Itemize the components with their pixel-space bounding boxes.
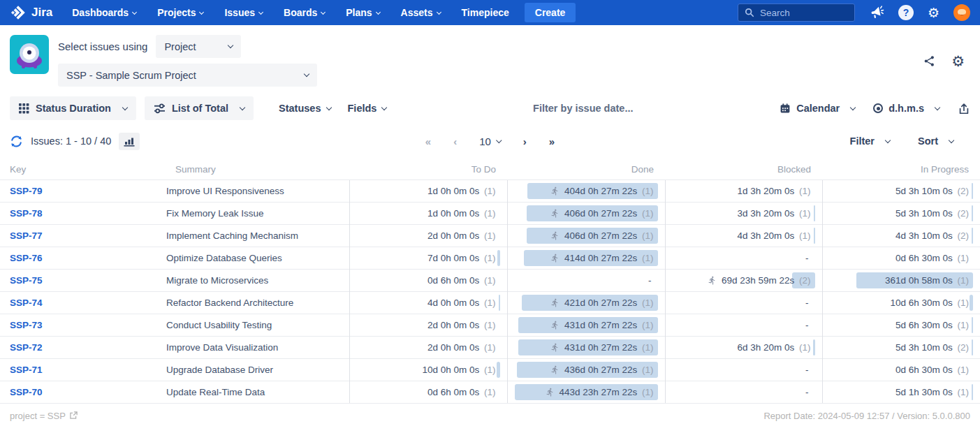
chevron-down-icon xyxy=(376,9,381,14)
jira-logo-icon xyxy=(10,4,27,21)
last-page-button[interactable]: » xyxy=(549,135,555,147)
help-button[interactable]: ? xyxy=(898,5,914,20)
issue-key-link[interactable]: SSP-75 xyxy=(10,275,43,286)
issue-key-link[interactable]: SSP-72 xyxy=(10,342,43,353)
issue-selectors: Select issues using Project SSP - Sample… xyxy=(58,35,317,87)
chevron-down-icon xyxy=(935,104,940,110)
fields-dropdown[interactable]: Fields xyxy=(348,103,387,114)
external-link-icon xyxy=(69,411,78,420)
duration-cell-inprogress: 0d 6h 30m 0s (1) xyxy=(822,358,980,381)
nav-plans[interactable]: Plans xyxy=(346,7,379,18)
project-dropdown[interactable]: SSP - Sample Scrum Project xyxy=(58,64,317,87)
export-button[interactable] xyxy=(958,102,970,115)
duration-bar xyxy=(972,317,973,333)
gear-icon: ⚙ xyxy=(951,54,965,68)
duration-bar xyxy=(499,295,500,311)
report-footer: project = SSP Report Date: 2024-05-09 12… xyxy=(0,404,980,421)
duration-cell-blocked: - xyxy=(665,291,822,314)
duration-cell-inprogress: 10d 6h 30m 0s (1) xyxy=(822,291,980,314)
duration-value: - xyxy=(648,275,652,286)
nav-assets[interactable]: Assets xyxy=(401,7,441,18)
duration-value: - xyxy=(805,320,809,330)
duration-cell-done: - xyxy=(507,269,665,291)
sort-dropdown[interactable]: Sort xyxy=(918,135,953,147)
share-icon xyxy=(923,54,936,68)
duration-value: 431d 0h 27m 22s xyxy=(564,342,637,353)
chart-view-button[interactable] xyxy=(119,133,140,150)
first-page-button[interactable]: « xyxy=(425,135,431,147)
date-filter-input[interactable]: Filter by issue date... xyxy=(386,103,780,114)
duration-cell-todo: 0d 6h 0m 0s (1) xyxy=(349,381,507,403)
transition-count: (1) xyxy=(796,208,810,219)
transition-count: (1) xyxy=(481,320,495,330)
duration-cell-blocked: 6d 3h 20m 0s (1) xyxy=(665,336,822,358)
nav-issues[interactable]: Issues xyxy=(224,7,263,18)
select-mode-dropdown[interactable]: Project xyxy=(156,35,241,58)
filter-dropdown[interactable]: Filter xyxy=(850,135,890,147)
statuses-dropdown[interactable]: Statuses xyxy=(279,103,330,114)
duration-value: 443d 23h 27m 22s xyxy=(559,387,637,397)
issue-key-link[interactable]: SSP-70 xyxy=(10,387,43,397)
gear-icon: ⚙ xyxy=(928,6,939,20)
calendar-icon xyxy=(780,103,791,114)
issue-key-link[interactable]: SSP-76 xyxy=(10,253,43,263)
calendar-dropdown[interactable]: Calendar xyxy=(780,103,855,114)
duration-bar xyxy=(972,183,973,199)
duration-value: 361d 0h 58m 0s xyxy=(885,275,953,286)
duration-value: 0d 6h 0m 0s xyxy=(427,387,479,397)
chevron-down-icon xyxy=(436,9,441,14)
issue-key-link[interactable]: SSP-73 xyxy=(10,320,43,330)
duration-value: 5d 3h 10m 0s xyxy=(895,208,953,219)
duration-cell-done: 404d 0h 27m 22s (1) xyxy=(507,179,665,202)
issues-count-label: Issues: 1 - 10 / 40 xyxy=(31,135,111,147)
report-header: Select issues using Project SSP - Sample… xyxy=(0,25,980,91)
announcements-button[interactable] xyxy=(869,5,884,20)
duration-cell-done: 431d 0h 27m 22s (1) xyxy=(507,314,665,336)
settings-button[interactable]: ⚙ xyxy=(928,6,939,20)
col-done: Done xyxy=(507,159,665,179)
duration-value: 406d 0h 27m 22s xyxy=(564,230,637,241)
search-input[interactable] xyxy=(760,8,844,18)
duration-cell-todo: 7d 0h 0m 0s (1) xyxy=(349,247,507,269)
duration-value: 5d 1h 30m 0s xyxy=(895,387,953,397)
format-fisheye-icon xyxy=(873,103,883,113)
create-button[interactable]: Create xyxy=(525,3,576,22)
page-size-dropdown[interactable]: 10 xyxy=(479,135,501,147)
chevron-down-icon xyxy=(199,9,204,14)
nav-projects[interactable]: Projects xyxy=(157,7,203,18)
report-settings-button[interactable]: ⚙ xyxy=(951,54,965,68)
status-duration-table: Key Summary To Do Done Blocked In Progre… xyxy=(0,159,980,404)
issue-key-link[interactable]: SSP-74 xyxy=(10,298,43,308)
duration-value: 2d 0h 0m 0s xyxy=(427,320,479,330)
next-page-button[interactable]: › xyxy=(523,135,527,147)
duration-value: 5d 6h 30m 0s xyxy=(895,320,953,330)
prev-page-button[interactable]: ‹ xyxy=(453,135,457,147)
issue-key-link[interactable]: SSP-79 xyxy=(10,186,43,196)
issue-key-link[interactable]: SSP-71 xyxy=(10,365,43,375)
runner-icon xyxy=(550,209,560,218)
refresh-button[interactable] xyxy=(10,135,23,148)
transition-count: (1) xyxy=(796,186,810,196)
nav-dashboards[interactable]: Dashboards xyxy=(72,7,136,18)
duration-cell-todo: 2d 0h 0m 0s (1) xyxy=(349,336,507,358)
share-button[interactable] xyxy=(923,54,936,68)
issue-key-link[interactable]: SSP-77 xyxy=(10,230,43,241)
global-search[interactable] xyxy=(738,3,855,22)
issue-key-link[interactable]: SSP-78 xyxy=(10,208,43,219)
duration-cell-blocked: 4d 3h 20m 0s (1) xyxy=(665,224,822,247)
transition-count: (1) xyxy=(481,253,495,263)
report-type-dropdown[interactable]: Status Duration xyxy=(10,96,136,120)
nav-timepiece[interactable]: Timepiece xyxy=(462,7,509,18)
transition-count: (2) xyxy=(955,208,969,219)
duration-cell-todo: 1d 0h 0m 0s (1) xyxy=(349,179,507,202)
duration-value: 406d 0h 27m 22s xyxy=(564,208,637,219)
issue-summary: Conduct Usability Testing xyxy=(166,320,272,330)
jql-query-link[interactable]: project = SSP xyxy=(10,411,78,421)
jira-logo[interactable]: Jira xyxy=(10,4,52,21)
chevron-down-icon xyxy=(258,9,263,14)
table-row: SSP-70 Update Real-Time Data 0d 6h 0m 0s… xyxy=(0,381,980,403)
nav-boards[interactable]: Boards xyxy=(284,7,325,18)
time-format-dropdown[interactable]: d.h.m.s xyxy=(873,103,939,114)
user-avatar[interactable] xyxy=(953,4,970,21)
view-mode-dropdown[interactable]: List of Total xyxy=(145,96,254,120)
